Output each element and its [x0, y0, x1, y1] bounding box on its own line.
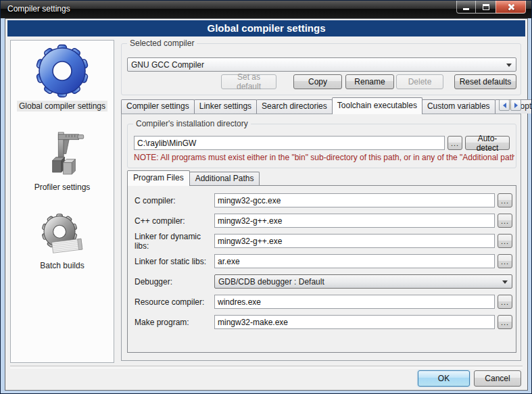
field-label: Linker for dynamic libs: — [135, 232, 214, 251]
sidebar-item-global-compiler-settings[interactable]: Global compiler settings — [17, 44, 107, 112]
subtab-additional-paths[interactable]: Additional Paths — [189, 172, 260, 185]
cpp-compiler-input[interactable] — [214, 214, 495, 228]
footer-divider — [10, 366, 523, 368]
chevron-down-icon — [502, 280, 508, 284]
sidebar-item-label: Batch builds — [38, 260, 86, 271]
program-row: C++ compiler: ... — [135, 214, 512, 228]
browse-linker-dynamic-button[interactable]: ... — [498, 234, 512, 248]
field-label: Linker for static libs: — [135, 257, 214, 266]
maximize-icon — [483, 4, 489, 10]
close-button[interactable] — [495, 1, 526, 14]
linker-dynamic-input[interactable] — [214, 234, 495, 248]
program-row: Linker for static libs: ... — [135, 254, 512, 268]
sidebar-item-label: Profiler settings — [32, 182, 93, 193]
field-label: Resource compiler: — [135, 297, 214, 307]
delete-button[interactable]: Delete — [396, 74, 443, 89]
tab-search-directories[interactable]: Search directories — [256, 99, 333, 114]
chevron-down-icon — [506, 64, 512, 67]
program-files-panel: C compiler: ... C++ compiler: ... Linker… — [127, 185, 516, 353]
installation-directory-input[interactable] — [134, 136, 445, 150]
arrow-right-icon — [514, 103, 518, 108]
linker-static-input[interactable] — [214, 254, 495, 268]
toolchain-executables-panel: Compiler's installation directory ... Au… — [121, 114, 521, 361]
set-as-default-button[interactable]: Set as default — [221, 74, 276, 89]
minimize-icon — [463, 8, 469, 10]
program-row: Debugger: GDB/CDB debugger : Default — [135, 274, 512, 289]
subtab-program-files[interactable]: Program Files — [127, 170, 190, 186]
tab-linker-settings[interactable]: Linker settings — [194, 99, 257, 114]
window-controls — [456, 1, 526, 14]
tab-scroll-right-button[interactable] — [510, 99, 521, 111]
browse-c-compiler-button[interactable]: ... — [498, 193, 512, 207]
sidebar-item-profiler-settings[interactable]: Profiler settings — [32, 130, 93, 193]
debugger-select[interactable]: GDB/CDB debugger : Default — [214, 274, 512, 289]
program-row: Make program: ... — [135, 315, 512, 329]
tab-toolchain-executables[interactable]: Toolchain executables — [332, 97, 422, 114]
debugger-select-value: GDB/CDB debugger : Default — [218, 277, 324, 287]
program-row: Linker for dynamic libs: ... — [135, 234, 512, 248]
settings-tab-bar: Compiler settings Linker settings Search… — [121, 97, 521, 114]
close-icon — [507, 3, 514, 11]
dialog-client-area: Global compiler settings — [5, 18, 528, 391]
caliper-icon — [37, 130, 87, 179]
installation-note: NOTE: All programs must exist either in … — [134, 153, 514, 162]
program-files-tab-bar: Program Files Additional Paths — [127, 170, 259, 185]
settings-category-list: Global compiler settings — [10, 40, 114, 363]
title-bar[interactable]: Compiler settings — [1, 1, 531, 18]
window-title: Compiler settings — [7, 4, 70, 14]
resource-compiler-input[interactable] — [214, 295, 495, 309]
field-label: C++ compiler: — [135, 216, 214, 226]
field-label: Make program: — [135, 318, 214, 327]
reset-defaults-button[interactable]: Reset defaults — [454, 74, 516, 89]
browse-resource-compiler-button[interactable]: ... — [498, 295, 512, 309]
copy-button[interactable]: Copy — [293, 74, 342, 89]
sidebar-item-batch-builds[interactable]: Batch builds — [38, 213, 86, 271]
maximize-button[interactable] — [476, 1, 495, 14]
make-program-input[interactable] — [214, 315, 495, 329]
tab-scroll-left-button[interactable] — [499, 99, 510, 111]
page-title: Global compiler settings — [7, 20, 525, 36]
compiler-select-value: GNU GCC Compiler — [131, 60, 204, 70]
blue-gear-icon — [34, 44, 90, 98]
program-row: Resource compiler: ... — [135, 295, 512, 309]
tab-compiler-settings[interactable]: Compiler settings — [121, 99, 195, 114]
rename-button[interactable]: Rename — [345, 74, 394, 89]
field-label: Debugger: — [135, 277, 214, 287]
auto-detect-button[interactable]: Auto-detect — [465, 136, 510, 150]
cancel-button[interactable]: Cancel — [474, 370, 521, 387]
arrow-left-icon — [503, 103, 506, 108]
compiler-settings-dialog: Compiler settings Global compiler settin… — [0, 0, 532, 394]
browse-make-program-button[interactable]: ... — [498, 315, 512, 329]
installation-directory-legend: Compiler's installation directory — [133, 119, 251, 128]
c-compiler-input[interactable] — [214, 193, 495, 207]
browse-directory-button[interactable]: ... — [448, 136, 462, 150]
selected-compiler-group: Selected compiler GNU GCC Compiler Set a… — [121, 43, 521, 95]
gray-gear-stack-icon — [39, 213, 86, 257]
minimize-button[interactable] — [456, 1, 476, 14]
browse-cpp-compiler-button[interactable]: ... — [498, 214, 512, 228]
selected-compiler-legend: Selected compiler — [127, 39, 197, 48]
program-row: C compiler: ... — [135, 193, 512, 207]
tab-scroll-controls — [499, 99, 521, 111]
installation-directory-group: Compiler's installation directory ... Au… — [127, 124, 516, 168]
sidebar-item-label: Global compiler settings — [17, 101, 107, 112]
compiler-select[interactable]: GNU GCC Compiler — [127, 57, 516, 72]
browse-linker-static-button[interactable]: ... — [498, 254, 512, 268]
tab-custom-variables[interactable]: Custom variables — [422, 99, 495, 114]
field-label: C compiler: — [135, 196, 214, 205]
ok-button[interactable]: OK — [418, 370, 470, 387]
